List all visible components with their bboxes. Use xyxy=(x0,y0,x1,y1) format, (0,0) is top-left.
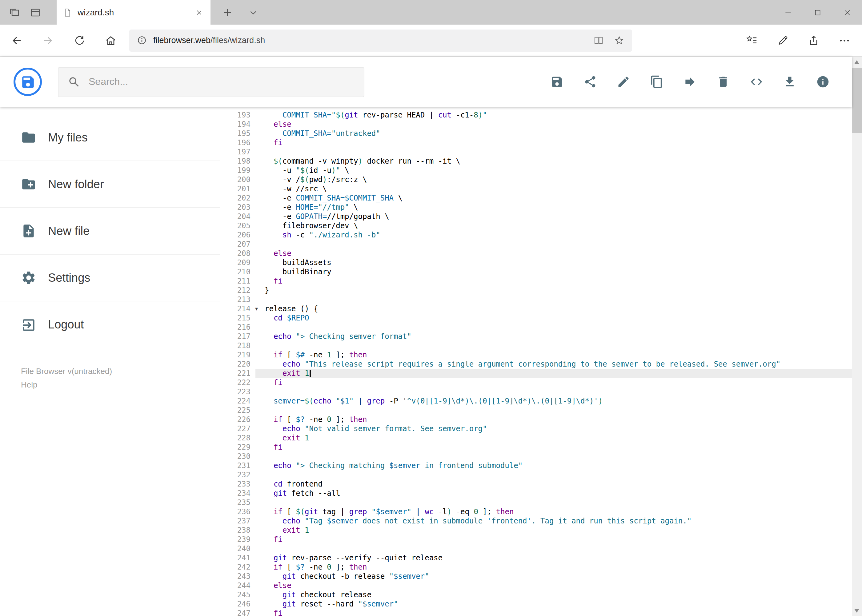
code-line-212[interactable]: 212} xyxy=(220,286,851,295)
code-line-241[interactable]: 241 git rev-parse --verify --quiet relea… xyxy=(220,553,851,563)
code-line-219[interactable]: 219 if [ $# -ne 1 ]; then xyxy=(220,350,851,360)
code-line-231[interactable]: 231 echo "> Checking matching $semver in… xyxy=(220,461,851,470)
code-line-216[interactable]: 216 xyxy=(220,323,851,332)
set-tabs-aside-button[interactable] xyxy=(5,0,24,25)
forward-button[interactable] xyxy=(38,30,58,51)
save-button[interactable] xyxy=(550,75,564,89)
code-line-201[interactable]: 201 -w //src \ xyxy=(220,184,851,194)
tab-list-chevron-button[interactable] xyxy=(244,0,262,25)
fold-marker-icon[interactable]: ▾ xyxy=(255,305,258,314)
code-line-240[interactable]: 240 xyxy=(220,544,851,553)
code-line-209[interactable]: 209 buildAssets xyxy=(220,258,851,267)
code-line-235[interactable]: 235 xyxy=(220,498,851,508)
text-cursor xyxy=(310,370,311,377)
search-input[interactable] xyxy=(89,76,364,87)
code-line-194[interactable]: 194 else xyxy=(220,120,851,129)
hub-button[interactable] xyxy=(741,30,762,51)
copy-button[interactable] xyxy=(650,75,663,89)
code-line-205[interactable]: 205 filebrowser/dev \ xyxy=(220,222,851,231)
code-line-244[interactable]: 244 else xyxy=(220,581,851,591)
info-button[interactable] xyxy=(816,75,829,89)
maximize-button[interactable] xyxy=(803,0,832,25)
code-line-198[interactable]: 198 $(command -v winpty) docker run --rm… xyxy=(220,157,851,166)
code-line-223[interactable]: 223 xyxy=(220,388,851,397)
address-bar[interactable]: filebrowser.web/files/wizard.sh xyxy=(129,29,632,51)
code-line-199[interactable]: 199 -u "$(id -u)" \ xyxy=(220,166,851,175)
code-line-221[interactable]: 221 exit 1 xyxy=(220,369,851,378)
more-button[interactable] xyxy=(834,30,855,51)
download-button[interactable] xyxy=(783,75,796,89)
code-line-210[interactable]: 210 buildBinary xyxy=(220,267,851,277)
back-button[interactable] xyxy=(6,30,27,51)
code-line-247[interactable]: 247 fi xyxy=(220,609,851,616)
delete-button[interactable] xyxy=(716,75,730,89)
code-line-243[interactable]: 243 git checkout -b release "$semver" xyxy=(220,572,851,581)
scrollbar-thumb[interactable] xyxy=(851,68,862,133)
code-line-226[interactable]: 226 if [ $? -ne 0 ]; then xyxy=(220,415,851,424)
code-line-203[interactable]: 203 -e HOME="//tmp" \ xyxy=(220,203,851,212)
code-line-218[interactable]: 218 xyxy=(220,341,851,350)
code-line-225[interactable]: 225 xyxy=(220,406,851,415)
code-line-220[interactable]: 220 echo "This release script requires a… xyxy=(220,360,851,369)
minimize-button[interactable] xyxy=(773,0,803,25)
code-line-230[interactable]: 230 xyxy=(220,452,851,461)
code-line-204[interactable]: 204 -e GOPATH=//tmp/gopath \ xyxy=(220,212,851,222)
code-line-202[interactable]: 202 -e COMMIT_SHA=$COMMIT_SHA \ xyxy=(220,194,851,203)
favorite-star-button[interactable] xyxy=(611,32,627,48)
code-line-200[interactable]: 200 -v /$(pwd):/src:z \ xyxy=(220,175,851,184)
page-scrollbar[interactable] xyxy=(851,57,862,616)
new-tab-button[interactable] xyxy=(218,0,236,25)
sidebar-item-my-files[interactable]: My files xyxy=(0,115,220,161)
share-button[interactable] xyxy=(803,30,824,51)
code-line-245[interactable]: 245 git checkout release xyxy=(220,591,851,600)
code-line-214[interactable]: 214▾release () { xyxy=(220,305,851,314)
code-editor[interactable]: 193 COMMIT_SHA="$(git rev-parse HEAD | c… xyxy=(220,107,851,616)
code-line-228[interactable]: 228 exit 1 xyxy=(220,434,851,443)
code-line-239[interactable]: 239 fi xyxy=(220,535,851,544)
web-note-button[interactable] xyxy=(772,30,793,51)
code-line-236[interactable]: 236 if [ $(git tag | grep "$semver" | wc… xyxy=(220,508,851,517)
code-line-242[interactable]: 242 if [ $? -ne 0 ]; then xyxy=(220,563,851,572)
help-link[interactable]: Help xyxy=(21,380,38,389)
code-line-227[interactable]: 227 echo "Not valid semver format. See s… xyxy=(220,424,851,434)
reading-view-button[interactable] xyxy=(590,32,606,48)
line-number: 203 xyxy=(220,203,251,212)
code-line-229[interactable]: 229 fi xyxy=(220,443,851,452)
sidebar-item-new-file[interactable]: New file xyxy=(0,208,220,255)
code-line-222[interactable]: 222 fi xyxy=(220,378,851,388)
code-line-237[interactable]: 237 echo "Tag $semver does not exist in … xyxy=(220,517,851,526)
sidebar-item-logout[interactable]: Logout xyxy=(0,302,220,348)
code-line-211[interactable]: 211 fi xyxy=(220,277,851,286)
code-line-234[interactable]: 234 git fetch --all xyxy=(220,489,851,498)
code-line-246[interactable]: 246 git reset --hard "$semver" xyxy=(220,600,851,609)
code-line-195[interactable]: 195 COMMIT_SHA="untracked" xyxy=(220,129,851,138)
code-line-196[interactable]: 196 fi xyxy=(220,138,851,148)
home-button[interactable] xyxy=(100,30,121,51)
code-line-215[interactable]: 215 cd $REPO xyxy=(220,314,851,323)
scroll-up-arrow[interactable] xyxy=(851,57,862,67)
code-line-213[interactable]: 213 xyxy=(220,295,851,305)
code-line-233[interactable]: 233 cd frontend xyxy=(220,480,851,489)
code-line-224[interactable]: 224 semver=$(echo "$1" | grep -P '^v(0|[… xyxy=(220,397,851,406)
code-line-206[interactable]: 206 sh -c "./wizard.sh -b" xyxy=(220,231,851,240)
code-line-238[interactable]: 238 exit 1 xyxy=(220,526,851,535)
edit-button[interactable] xyxy=(616,75,630,89)
code-line-207[interactable]: 207 xyxy=(220,240,851,249)
tab-close-button[interactable] xyxy=(193,7,204,18)
share-button[interactable] xyxy=(583,75,597,89)
move-button[interactable] xyxy=(683,75,697,89)
sidebar-item-new-folder[interactable]: New folder xyxy=(0,161,220,208)
tab-preview-button[interactable] xyxy=(26,0,44,25)
code-line-197[interactable]: 197 xyxy=(220,148,851,157)
code-line-208[interactable]: 208 else xyxy=(220,249,851,258)
scroll-down-arrow[interactable] xyxy=(851,605,862,616)
code-line-232[interactable]: 232 xyxy=(220,470,851,480)
code-button[interactable] xyxy=(749,75,763,89)
search-box[interactable] xyxy=(58,67,364,97)
sidebar-item-settings[interactable]: Settings xyxy=(0,255,220,302)
browser-tab[interactable]: wizard.sh xyxy=(57,0,211,25)
code-line-193[interactable]: 193 COMMIT_SHA="$(git rev-parse HEAD | c… xyxy=(220,111,851,120)
refresh-button[interactable] xyxy=(69,30,90,51)
code-line-217[interactable]: 217 echo "> Checking semver format" xyxy=(220,332,851,341)
close-button[interactable] xyxy=(832,0,862,25)
